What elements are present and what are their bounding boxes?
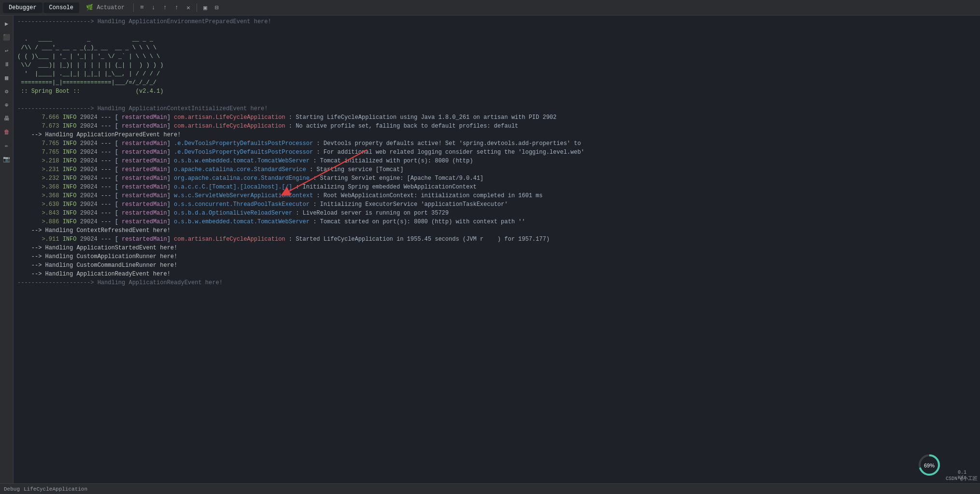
toolbar-export-icon[interactable]: ↑ (171, 2, 182, 13)
log-thread: restartedMain (122, 123, 167, 130)
progress-circle: 69% (917, 453, 941, 477)
sidebar-pause-icon[interactable]: ⏸ (1, 59, 12, 70)
log-thread: restartedMain (122, 236, 167, 243)
log-msg: : Starting service [Tomcat] (310, 166, 403, 173)
network-speed: 0.1 (958, 470, 966, 475)
log-msg: : Initializing ExecutorService 'applicat… (313, 201, 508, 208)
log-level: INFO (63, 210, 77, 217)
console-line: :: Spring Boot :: (v2.4.1) (17, 87, 976, 96)
sidebar-camera-icon[interactable]: 📷 (1, 154, 12, 164)
log-msg: : Tomcat started on port(s): 8080 (http)… (313, 218, 525, 225)
sidebar-edit-icon[interactable]: ✏ (1, 140, 12, 151)
sidebar-play-icon[interactable]: ▶ (1, 18, 12, 29)
console-line: --> Handling ApplicationReadyEvent here! (17, 270, 976, 278)
log-ts: 7.673 (17, 123, 59, 130)
log-msg: : Root WebApplicationContext: initializa… (316, 192, 542, 199)
log-thread: restartedMain (122, 149, 167, 156)
log-level: INFO (63, 158, 77, 164)
log-pid: 29024 (80, 236, 98, 243)
sidebar-delete-icon[interactable]: 🗑 (1, 127, 12, 137)
log-thread: restartedMain (122, 218, 167, 225)
console-line: ' |____| .__|_| |_|_| |_\__, | / / / / (17, 70, 976, 78)
log-ts: 7.666 (17, 114, 59, 121)
log-pid: 29024 (80, 192, 98, 199)
log-msg: : No active profile set, falling back to… (289, 123, 518, 130)
console-line: >.886 INFO 29024 --- [ restartedMain] o.… (17, 218, 976, 226)
sidebar-print-icon[interactable]: 🖶 (1, 113, 12, 124)
log-pid: 29024 (80, 166, 98, 173)
log-level: INFO (63, 236, 77, 243)
tab-actuator[interactable]: 🌿 Actuator (80, 2, 130, 13)
console-line (17, 96, 976, 104)
log-level: INFO (63, 218, 77, 225)
log-class: com.artisan.LifeCycleApplication (174, 114, 285, 121)
log-msg: : For additional web related logging con… (316, 149, 584, 156)
console-line: --> Handling ContextRefreshedEvent here! (17, 226, 976, 235)
log-ts: >.886 (17, 218, 59, 225)
toolbar-menu-icon[interactable]: ≡ (137, 2, 147, 13)
log-pid: 29024 (80, 201, 98, 208)
log-ts: >.630 (17, 201, 59, 208)
log-class: w.s.c.ServletWebServerApplicationContext (174, 192, 313, 199)
console-line: >.218 INFO 29024 --- [ restartedMain] o.… (17, 157, 976, 165)
log-class: .e.DevToolsPropertyDefaultsPostProcessor (174, 140, 313, 147)
console-line: --> Handling ApplicationStartedEvent her… (17, 244, 976, 252)
log-class: o.s.b.d.a.OptionalLiveReloadServer (174, 210, 292, 217)
sidebar-grid-icon[interactable]: ▦ (1, 73, 12, 83)
log-level: INFO (63, 114, 77, 121)
toolbar-split-icon[interactable]: ⊟ (212, 2, 222, 13)
log-class: .e.DevToolsPropertyDefaultsPostProcessor (174, 149, 313, 156)
console-line: =========|_|==============|___/=/_/_/_/ (17, 78, 976, 87)
separator-2 (197, 3, 197, 12)
log-ts: >.911 (17, 236, 59, 243)
sidebar-settings-icon[interactable]: ⚙ (1, 86, 12, 97)
console-line (17, 26, 976, 35)
log-thread: restartedMain (122, 192, 167, 199)
console-line: ---------------------> Handling Applicat… (17, 104, 976, 113)
log-ts: >.218 (17, 158, 59, 164)
toolbar-close-icon[interactable]: ✕ (183, 2, 194, 13)
log-level: INFO (63, 192, 77, 199)
console-line: ( ( )\___ | '_ | '_| | '_ \/ _` | \ \ \ … (17, 52, 976, 61)
log-pid: 29024 (80, 218, 98, 225)
sidebar-add-icon[interactable]: ⊕ (1, 100, 12, 110)
log-pid: 29024 (80, 158, 98, 164)
log-class: o.s.b.w.embedded.tomcat.TomcatWebServer (174, 218, 310, 225)
log-ts: >.368 (17, 184, 59, 190)
csdn-badge: CSDN @小工匠 (946, 475, 978, 482)
tab-debugger[interactable]: Debugger (3, 2, 43, 13)
sidebar-stop-icon[interactable]: ⬛ (1, 32, 12, 43)
log-pid: 29024 (80, 175, 98, 182)
console-line: --> Handling CustomCommandLineRunner her… (17, 261, 976, 270)
console-line: ---------------------> Handling Applicat… (17, 278, 976, 287)
log-thread: restartedMain (122, 158, 167, 164)
sidebar-restart-icon[interactable]: ↩ (1, 45, 12, 56)
console-line: >.911 INFO 29024 --- [ restartedMain] co… (17, 235, 976, 244)
console-line: /\\ / ___'_ __ _ _(_)_ __ __ _ \ \ \ \ (17, 44, 976, 52)
console-line: 7.765 INFO 29024 --- [ restartedMain] .e… (17, 139, 976, 148)
log-thread: restartedMain (122, 201, 167, 208)
tab-console[interactable]: Console (43, 2, 79, 13)
toolbar-layout-icon[interactable]: ▣ (200, 2, 211, 13)
sidebar: ▶ ⬛ ↩ ⏸ ▦ ⚙ ⊕ 🖶 🗑 ✏ 📷 (0, 15, 14, 483)
toolbar-scroll-down-icon[interactable]: ↓ (148, 2, 159, 13)
console-line: --> Handling ApplicationPreparedEvent he… (17, 131, 976, 139)
log-class: o.s.b.w.embedded.tomcat.TomcatWebServer (174, 158, 310, 164)
log-class: org.apache.catalina.core.StandardEngine (174, 175, 310, 182)
log-pid: 29024 (80, 114, 98, 121)
log-msg: : Starting Servlet engine: [Apache Tomca… (313, 175, 483, 182)
console-area[interactable]: ---------------------> Handling Applicat… (14, 15, 980, 483)
log-class: o.apache.catalina.core.StandardService (174, 166, 306, 173)
console-line: >.630 INFO 29024 --- [ restartedMain] o.… (17, 200, 976, 209)
log-thread: restartedMain (122, 210, 167, 217)
log-class: com.artisan.LifeCycleApplication (174, 236, 285, 243)
log-level: INFO (63, 175, 77, 182)
log-msg: : Devtools property defaults active! Set… (316, 140, 581, 147)
log-msg: : Tomcat initialized with port(s): 8080 … (313, 158, 473, 164)
log-level: INFO (63, 184, 77, 190)
log-ts: 7.765 (17, 140, 59, 147)
status-debug: Debug (4, 486, 20, 492)
log-ts: >.231 (17, 166, 59, 173)
console-line: ---------------------> Handling Applicat… (17, 17, 976, 26)
toolbar-scroll-up-icon[interactable]: ↑ (160, 2, 170, 13)
